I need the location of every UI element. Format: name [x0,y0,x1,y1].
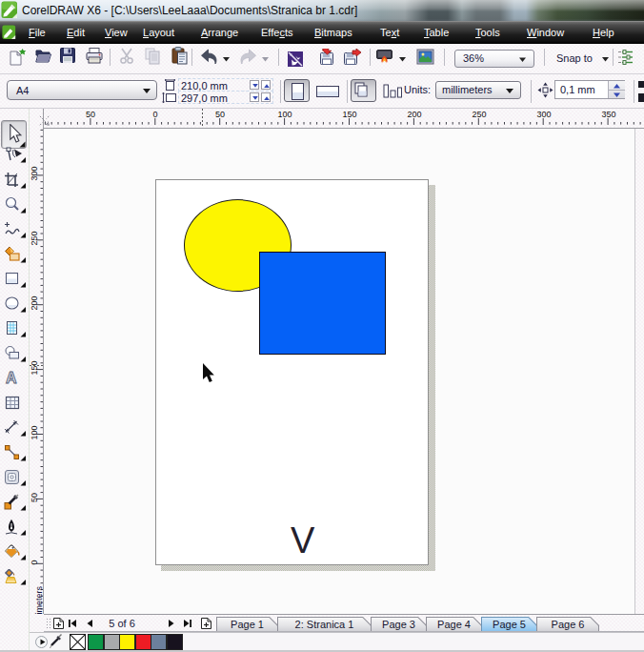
svg-text:A: A [6,370,17,386]
